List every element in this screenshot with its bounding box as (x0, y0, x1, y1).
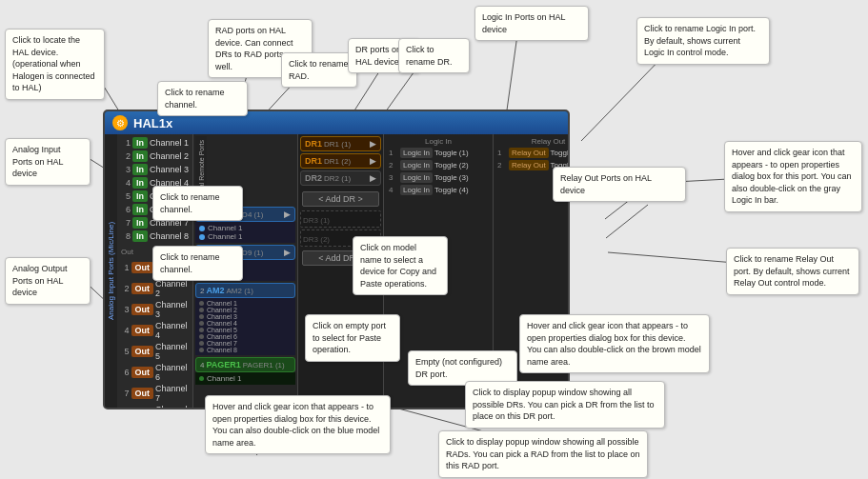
dr-label: DR1 (2) (324, 157, 351, 166)
port-number: 2 (121, 284, 130, 293)
in-badge[interactable]: In (132, 164, 148, 175)
device-title[interactable]: HAL1x (133, 116, 172, 130)
out-badge[interactable]: Out (131, 409, 154, 409)
port-number: 7 (121, 218, 131, 228)
port-number: 2 (389, 161, 398, 170)
port-name[interactable]: Channel 2 (155, 279, 189, 298)
channel-name: Channel 7 (207, 340, 237, 347)
in-badge[interactable]: In (132, 137, 148, 149)
in-badge[interactable]: In (132, 230, 148, 242)
out-badge[interactable]: Out (131, 283, 154, 294)
port-number: 3 (121, 165, 131, 174)
channel-name: Channel 8 (207, 347, 237, 353)
am-id: 2 (200, 287, 204, 295)
dr-device-block[interactable]: DR1 DR1 (1) ▶ (300, 136, 381, 151)
dr-device-block[interactable]: DR2 DR2 (1) ▶ (300, 170, 381, 186)
dr-name[interactable]: DR2 (305, 173, 322, 183)
port-name[interactable]: Channel 1 (150, 138, 189, 148)
in-badge[interactable]: In (132, 177, 148, 189)
callout-rename-channel-1: Click to rename channel. (157, 81, 248, 116)
in-badge[interactable]: In (132, 204, 148, 215)
am-label: AM2 (1) (227, 287, 253, 295)
callout-rename-relay: Click to rename Relay Out port. By defau… (726, 248, 859, 295)
port-name[interactable]: Channel 2 (150, 151, 189, 161)
channel-row: Channel 1 (199, 232, 292, 241)
out-badge[interactable]: Out (131, 388, 154, 399)
channel-dot (199, 376, 204, 381)
logic-in-badge[interactable]: Logic In (400, 185, 433, 195)
out-badge[interactable]: Out (131, 325, 154, 336)
pager-device-block[interactable]: 4 PAGER1 PAGER1 (1) Channel 1 (195, 357, 295, 385)
in-badge[interactable]: In (132, 190, 148, 202)
out-badge[interactable]: Out (131, 346, 154, 357)
relay-out-badge[interactable]: Relay Out (509, 160, 549, 170)
callout-relay-out-ports: Relay Out Ports on HAL device (553, 167, 686, 202)
locate-hal-icon[interactable]: ⚙ (112, 115, 128, 130)
channel-dot (199, 341, 204, 346)
add-dr-button-1[interactable]: < Add DR > (302, 191, 379, 207)
dr-header[interactable]: DR2 DR2 (1) ▶ (300, 170, 381, 186)
in-badge[interactable]: In (132, 150, 148, 162)
analog-input-side-label: Analog Input Ports (Mic/Line) (105, 134, 117, 408)
dr-device-block[interactable]: DR1 DR1 (2) ▶ (300, 153, 381, 169)
pager-id: 4 (200, 361, 204, 369)
channel-dot (199, 301, 204, 306)
logic-port-name[interactable]: Toggle (4) (434, 186, 469, 194)
port-name[interactable]: Channel 8 (150, 231, 189, 241)
port-name[interactable]: Channel 6 (155, 363, 189, 382)
logic-port-row: 2 Logic In Toggle (2) (386, 159, 491, 171)
empty-dr-port-1[interactable]: DR3 (1) (300, 210, 381, 228)
callout-rename-rad: Click to rename RAD. (281, 52, 357, 88)
channel-name: Channel 1 (207, 300, 237, 307)
port-number: 8 (121, 231, 131, 241)
out-badge[interactable]: Out (131, 304, 154, 315)
rad-arrow: ▶ (284, 210, 291, 219)
logic-port-name[interactable]: Toggle (1) (434, 149, 469, 157)
port-number: 4 (121, 178, 131, 188)
port-name[interactable]: Channel 8 (155, 405, 189, 409)
port-number: 7 (121, 389, 130, 398)
dr-name[interactable]: DR1 (305, 139, 322, 149)
dr-devices-list: DR1 DR1 (1) ▶ DR1 DR1 (2) ▶ DR2 DR2 (1) … (300, 136, 381, 188)
dr-label: DR2 (1) (324, 174, 351, 183)
channel-dot (199, 314, 204, 319)
port-name[interactable]: Channel 7 (155, 384, 189, 403)
logic-in-badge[interactable]: Logic In (400, 148, 433, 158)
callout-dr-gear: Hover and click gear icon that appears -… (519, 314, 710, 373)
logic-port-name[interactable]: Toggle (2) (434, 161, 469, 170)
relay-port-name[interactable]: Toggle (5) (551, 149, 570, 157)
port-name[interactable]: Channel 3 (155, 300, 189, 319)
dr-label: DR1 (1) (324, 140, 351, 149)
channel-row: Channel 1 (199, 374, 292, 383)
logic-in-badge[interactable]: Logic In (400, 172, 433, 183)
relay-out-badge[interactable]: Relay Out (509, 148, 549, 158)
in-badge[interactable]: In (132, 217, 148, 229)
out-badge[interactable]: Out (131, 262, 154, 273)
logic-in-label: Logic In (386, 136, 491, 147)
out-badge[interactable]: Out (131, 367, 154, 378)
port-number: 1 (497, 149, 507, 157)
port-number: 2 (497, 161, 507, 170)
output-port-row: 8 Out Channel 8 (119, 404, 191, 409)
dr-name[interactable]: DR1 (305, 156, 322, 166)
am-channels: Channel 1Channel 2Channel 3Channel 4Chan… (195, 298, 295, 355)
callout-dr-popup: Click to display popup window showing al… (465, 381, 665, 429)
am-header[interactable]: 2 AM2 AM2 (1) (195, 283, 295, 298)
port-name[interactable]: Channel 4 (155, 321, 189, 340)
output-port-row: 2 Out Channel 2 (119, 278, 191, 299)
dr-header[interactable]: DR1 DR1 (1) ▶ (300, 136, 381, 151)
callout-rename-channel-2: Click to rename channel. (152, 186, 243, 221)
am-device-block[interactable]: 2 AM2 AM2 (1) Channel 1Channel 2Channel … (195, 283, 295, 355)
channel-name: Channel 1 (208, 224, 242, 232)
logic-in-badge[interactable]: Logic In (400, 160, 433, 170)
logic-port-name[interactable]: Toggle (3) (434, 173, 469, 182)
logic-port-row: 1 Logic In Toggle (1) (386, 147, 491, 159)
pager-header[interactable]: 4 PAGER1 PAGER1 (1) (195, 357, 295, 372)
pager-name[interactable]: PAGER1 (206, 360, 240, 369)
callout-hal-gear: Hover and click gear icon that appears -… (205, 395, 391, 454)
dr-header[interactable]: DR1 DR1 (2) ▶ (300, 153, 381, 169)
am-name[interactable]: AM2 (206, 286, 224, 295)
port-name[interactable]: Channel 3 (150, 165, 189, 174)
port-name[interactable]: Channel 5 (155, 342, 189, 361)
callout-rename-channel-3: Click to rename channel. (152, 246, 243, 281)
